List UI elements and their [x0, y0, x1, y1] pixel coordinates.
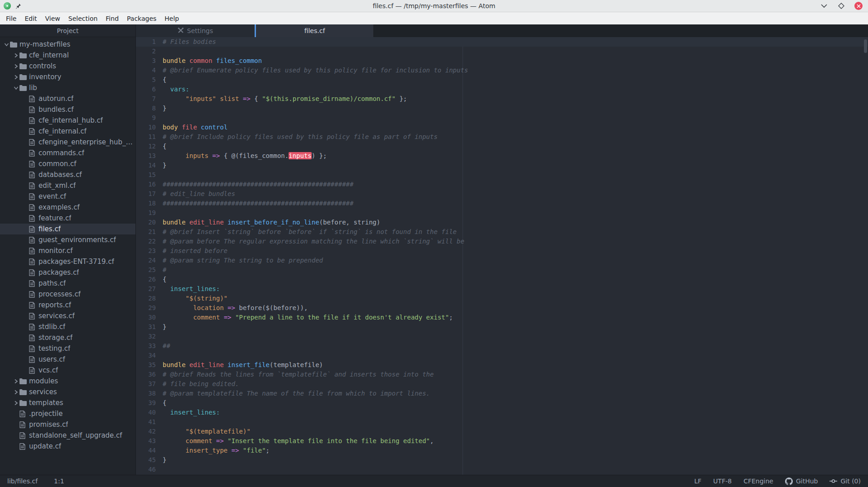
- code-line-17[interactable]: 17# edit_line bundles: [136, 189, 868, 199]
- line-number[interactable]: 6: [136, 85, 156, 94]
- code-line-38[interactable]: 38# @param templatefile The name of the …: [136, 389, 868, 398]
- line-number[interactable]: 30: [136, 313, 156, 322]
- code-line-2[interactable]: 2: [136, 47, 868, 56]
- tree-item-files.cf[interactable]: files.cf: [0, 224, 135, 234]
- github-status[interactable]: GitHub: [785, 477, 818, 485]
- code-line-36[interactable]: 36# @brief Reads the lines from `templat…: [136, 370, 868, 379]
- line-number[interactable]: 42: [136, 427, 156, 436]
- line-number[interactable]: 46: [136, 465, 156, 474]
- code-line-14[interactable]: 14}: [136, 161, 868, 170]
- code-line-21[interactable]: 21# @brief Insert `string` before `befor…: [136, 227, 868, 237]
- line-number[interactable]: 18: [136, 199, 156, 208]
- minimize-button[interactable]: [820, 2, 828, 10]
- line-number[interactable]: 36: [136, 370, 156, 379]
- code-line-41[interactable]: 41: [136, 417, 868, 427]
- tab-settings[interactable]: Settings: [136, 24, 255, 37]
- tree-item-update.cf[interactable]: update.cf: [0, 441, 135, 452]
- line-number[interactable]: 4: [136, 66, 156, 75]
- tree-item-event.cf[interactable]: event.cf: [0, 191, 135, 202]
- menu-find[interactable]: Find: [101, 13, 123, 24]
- code-line-37[interactable]: 37# file being edited.: [136, 379, 868, 389]
- grammar-indicator[interactable]: CFEngine: [743, 477, 773, 485]
- tree-item-paths.cf[interactable]: paths.cf: [0, 278, 135, 289]
- code-line-16[interactable]: 16######################################…: [136, 180, 868, 189]
- tree-item-services.cf[interactable]: services.cf: [0, 310, 135, 321]
- code-line-44[interactable]: 44 insert_type => "file";: [136, 446, 868, 455]
- maximize-button[interactable]: [837, 2, 845, 10]
- line-number[interactable]: 45: [136, 455, 156, 465]
- menu-file[interactable]: File: [2, 13, 20, 24]
- tree-item-autorun.cf[interactable]: autorun.cf: [0, 93, 135, 104]
- line-number[interactable]: 19: [136, 208, 156, 218]
- menu-packages[interactable]: Packages: [123, 13, 160, 24]
- tree-item-controls[interactable]: controls: [0, 61, 135, 72]
- code-line-40[interactable]: 40 insert_lines:: [136, 408, 868, 417]
- code-line-22[interactable]: 22# @param before The regular expression…: [136, 237, 868, 246]
- code-line-15[interactable]: 15: [136, 170, 868, 180]
- tree-item-services[interactable]: services: [0, 387, 135, 397]
- tree-item-reports.cf[interactable]: reports.cf: [0, 300, 135, 310]
- code-line-1[interactable]: 1# Files bodies: [136, 37, 868, 47]
- code-line-24[interactable]: 24# @param string The string to be prepe…: [136, 256, 868, 265]
- line-number[interactable]: 33: [136, 341, 156, 351]
- encoding-indicator[interactable]: UTF-8: [713, 477, 732, 485]
- pin-icon[interactable]: [15, 3, 21, 9]
- line-number[interactable]: 39: [136, 398, 156, 408]
- line-number[interactable]: 31: [136, 322, 156, 332]
- code-line-12[interactable]: 12{: [136, 142, 868, 151]
- line-number[interactable]: 17: [136, 189, 156, 199]
- line-number[interactable]: 34: [136, 351, 156, 360]
- tree-item-standalone_self_upgrade.cf[interactable]: standalone_self_upgrade.cf: [0, 430, 135, 441]
- code-line-26[interactable]: 26{: [136, 275, 868, 284]
- line-number[interactable]: 13: [136, 151, 156, 161]
- tree-item-my-masterfiles[interactable]: my-masterfiles: [0, 39, 135, 50]
- line-number[interactable]: 43: [136, 436, 156, 446]
- code-line-46[interactable]: 46: [136, 465, 868, 474]
- tree-item-inventory[interactable]: inventory: [0, 72, 135, 82]
- line-number[interactable]: 28: [136, 294, 156, 303]
- tree-item-promises.cf[interactable]: promises.cf: [0, 419, 135, 430]
- tab-files-cf[interactable]: files.cf: [255, 24, 373, 37]
- code-line-13[interactable]: 13 inputs => { @(files_common.inputs) };: [136, 151, 868, 161]
- line-number[interactable]: 37: [136, 379, 156, 389]
- tree-item-edit_xml.cf[interactable]: edit_xml.cf: [0, 180, 135, 191]
- tree-item-lib[interactable]: lib: [0, 82, 135, 93]
- close-button[interactable]: [854, 2, 863, 10]
- tree-item-common.cf[interactable]: common.cf: [0, 158, 135, 169]
- line-ending-indicator[interactable]: LF: [694, 477, 701, 485]
- tree-item-examples.cf[interactable]: examples.cf: [0, 202, 135, 213]
- tree-item-cfengine_enterprise_hub_ha.cf[interactable]: cfengine_enterprise_hub_ha.cf: [0, 137, 135, 148]
- code-line-45[interactable]: 45}: [136, 455, 868, 465]
- code-line-11[interactable]: 11# @brief Include policy files used by …: [136, 132, 868, 142]
- file-tree[interactable]: my-masterfilescfe_internalcontrolsinvent…: [0, 37, 135, 475]
- code-line-7[interactable]: 7 "inputs" slist => { "$(this.promise_di…: [136, 94, 868, 104]
- file-path[interactable]: lib/files.cf: [7, 477, 38, 485]
- menu-edit[interactable]: Edit: [20, 13, 41, 24]
- code-line-31[interactable]: 31}: [136, 322, 868, 332]
- tree-item-feature.cf[interactable]: feature.cf: [0, 213, 135, 224]
- menu-help[interactable]: Help: [160, 13, 183, 24]
- code-line-10[interactable]: 10body file control: [136, 123, 868, 132]
- line-number[interactable]: 16: [136, 180, 156, 189]
- line-number[interactable]: 10: [136, 123, 156, 132]
- code-line-28[interactable]: 28 "$(string)": [136, 294, 868, 303]
- line-number[interactable]: 9: [136, 113, 156, 123]
- line-number[interactable]: 7: [136, 94, 156, 104]
- line-number[interactable]: 21: [136, 227, 156, 237]
- line-number[interactable]: 24: [136, 256, 156, 265]
- line-number[interactable]: 5: [136, 75, 156, 85]
- tree-item-processes.cf[interactable]: processes.cf: [0, 289, 135, 300]
- tree-item-vcs.cf[interactable]: vcs.cf: [0, 365, 135, 376]
- line-number[interactable]: 14: [136, 161, 156, 170]
- code-line-18[interactable]: 18######################################…: [136, 199, 868, 208]
- line-number[interactable]: 32: [136, 332, 156, 341]
- scrollbar-thumb[interactable]: [864, 39, 867, 53]
- menu-view[interactable]: View: [41, 13, 64, 24]
- tree-item-bundles.cf[interactable]: bundles.cf: [0, 104, 135, 115]
- git-status[interactable]: Git (0): [829, 477, 861, 485]
- line-number[interactable]: 35: [136, 360, 156, 370]
- tree-item-stdlib.cf[interactable]: stdlib.cf: [0, 321, 135, 332]
- line-number[interactable]: 12: [136, 142, 156, 151]
- tree-item-storage.cf[interactable]: storage.cf: [0, 332, 135, 343]
- line-number[interactable]: 23: [136, 246, 156, 256]
